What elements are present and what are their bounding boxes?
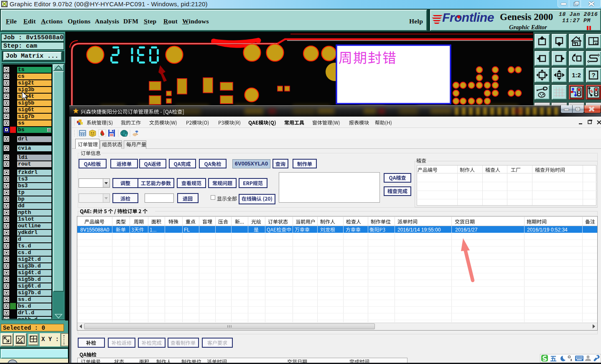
svg-text:?: ? [591, 71, 595, 79]
svg-text:α: α [20, 340, 23, 343]
svg-text:1:2: 1:2 [572, 71, 581, 79]
svg-text:xy: xy [595, 42, 598, 45]
